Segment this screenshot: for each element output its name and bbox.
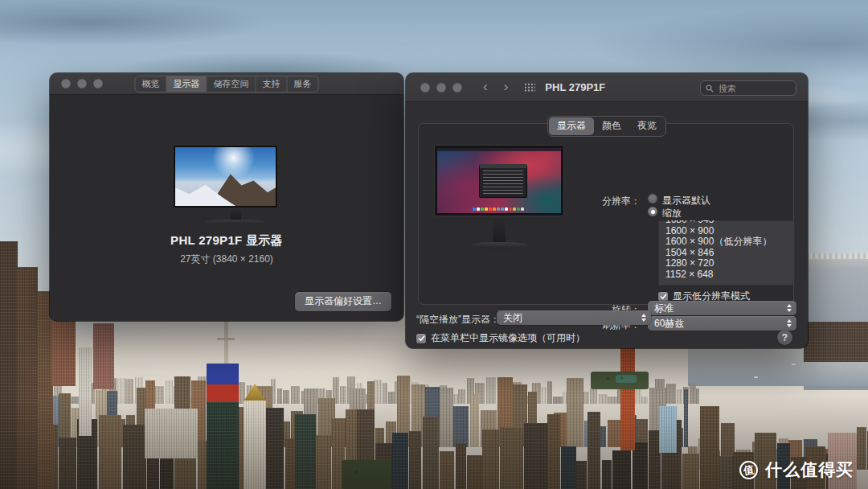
display-name: PHL 279P1F 显示器 bbox=[50, 233, 403, 249]
preview-menubar bbox=[437, 148, 561, 151]
display-preferences-button[interactable]: 显示器偏好设置… bbox=[295, 292, 391, 311]
preference-tabs: 显示器 颜色 夜览 bbox=[406, 116, 808, 137]
popup-arrows-icon bbox=[784, 304, 796, 312]
background-building bbox=[561, 446, 576, 489]
display-preview bbox=[435, 146, 563, 216]
tab-displays[interactable]: 显示器 bbox=[166, 76, 207, 92]
resolution-list[interactable]: 1680 × 945 1600 × 900 1600 × 900（低分辨率） 1… bbox=[658, 220, 795, 286]
forward-chevron-icon[interactable]: › bbox=[504, 80, 509, 93]
background-building bbox=[719, 456, 733, 489]
resolution-option[interactable]: 1600 × 900 bbox=[658, 226, 795, 237]
minimize-button[interactable] bbox=[436, 83, 446, 92]
background-building bbox=[440, 451, 454, 489]
resolution-label: 分辨率： bbox=[602, 195, 641, 208]
display-spec: 27英寸 (3840 × 2160) bbox=[50, 253, 403, 266]
displays-preferences-window: ‹ › PHL 279P1F 显示器 颜色 夜览 bbox=[406, 73, 808, 348]
background-building bbox=[123, 425, 146, 489]
checkbox-checked[interactable] bbox=[416, 334, 426, 343]
rotation-value: 标准 bbox=[648, 302, 784, 315]
background-building bbox=[602, 460, 612, 489]
monitor-stand-neck bbox=[493, 218, 506, 242]
tab-support[interactable]: 支持 bbox=[256, 76, 287, 92]
search-input[interactable] bbox=[717, 83, 791, 94]
tab-group: 显示器 颜色 夜览 bbox=[547, 116, 666, 137]
search-field[interactable] bbox=[700, 80, 796, 96]
background-park bbox=[342, 460, 391, 489]
background-clock-tower bbox=[244, 401, 266, 489]
tab-storage[interactable]: 储存空间 bbox=[207, 76, 256, 92]
background-building bbox=[659, 406, 677, 453]
zoom-button[interactable] bbox=[452, 83, 462, 92]
resolution-option[interactable]: 1600 × 900（低分辨率） bbox=[658, 236, 795, 248]
resolution-option[interactable]: 1280 × 720 bbox=[658, 258, 795, 269]
checkmark-icon bbox=[418, 335, 425, 342]
popup-arrows-icon bbox=[638, 314, 651, 322]
background-building bbox=[392, 433, 408, 489]
zoom-button[interactable] bbox=[93, 79, 103, 88]
radio-scaled-label[interactable]: 缩放 bbox=[662, 207, 682, 220]
back-chevron-icon[interactable]: ‹ bbox=[483, 80, 488, 93]
toolbar-tab-group: 概览 显示器 储存空间 支持 服务 bbox=[135, 76, 319, 92]
preview-dock bbox=[473, 208, 526, 211]
background-city-front bbox=[0, 402, 868, 489]
background-building bbox=[79, 347, 92, 436]
checkbox-checked[interactable] bbox=[658, 292, 668, 302]
checkmark-icon bbox=[660, 294, 667, 300]
radio-scaled[interactable] bbox=[648, 207, 657, 216]
background-building bbox=[264, 408, 284, 489]
dock-icons bbox=[473, 208, 476, 211]
smzdm-brand-text: 什么值得买 bbox=[765, 458, 854, 481]
background-building bbox=[588, 412, 600, 489]
smzdm-watermark: 值 什么值得买 bbox=[739, 458, 854, 481]
background-roof bbox=[616, 375, 637, 383]
background-building-red-wrap bbox=[207, 384, 239, 402]
preview-window bbox=[479, 164, 527, 198]
background-building bbox=[524, 423, 547, 489]
radio-default-resolution[interactable] bbox=[648, 194, 657, 203]
background-building bbox=[295, 414, 316, 489]
tab-display[interactable]: 显示器 bbox=[549, 117, 594, 135]
tab-color[interactable]: 颜色 bbox=[594, 117, 629, 135]
right-titlebar[interactable]: ‹ › PHL 279P1F bbox=[406, 73, 808, 102]
background-building bbox=[51, 312, 76, 386]
mirror-label: 在菜单栏中显示镜像选项（可用时） bbox=[431, 331, 585, 345]
background-building bbox=[576, 461, 587, 489]
resolution-option[interactable]: 1504 × 846 bbox=[658, 248, 795, 259]
tab-night-shift[interactable]: 夜览 bbox=[629, 117, 665, 135]
background-building bbox=[59, 438, 76, 489]
airplay-value: 关闭 bbox=[497, 311, 638, 325]
background-building bbox=[0, 241, 18, 489]
background-building bbox=[482, 429, 499, 489]
background-building bbox=[682, 454, 699, 489]
airplay-popup[interactable]: 关闭 bbox=[497, 310, 651, 325]
refresh-rate-popup[interactable]: 60赫兹 bbox=[648, 316, 796, 331]
background-building bbox=[37, 291, 53, 489]
background-building bbox=[804, 322, 868, 362]
background-building bbox=[500, 427, 523, 489]
background-building bbox=[620, 346, 635, 450]
resolution-option[interactable]: 1152 × 648 bbox=[658, 269, 795, 281]
background-building bbox=[612, 450, 631, 489]
desktop: 概览 显示器 储存空间 支持 服务 PHL 279P1F 显示器 27英寸 (3… bbox=[0, 0, 868, 489]
window-title: PHL 279P1F bbox=[545, 81, 605, 93]
radio-default-label[interactable]: 显示器默认 bbox=[662, 194, 710, 208]
background-building bbox=[17, 267, 38, 489]
background-building bbox=[467, 455, 482, 489]
monitor-stand-base bbox=[471, 242, 527, 249]
background-building bbox=[145, 409, 198, 458]
close-button[interactable] bbox=[61, 79, 71, 88]
search-icon bbox=[706, 84, 714, 92]
rotation-popup[interactable]: 标准 bbox=[648, 301, 796, 315]
monitor-stand-neck bbox=[231, 209, 241, 220]
tab-overview[interactable]: 概览 bbox=[136, 76, 166, 92]
background-building-blue-wrap bbox=[207, 364, 239, 384]
minimize-button[interactable] bbox=[77, 79, 87, 88]
background-building bbox=[409, 431, 421, 489]
close-button[interactable] bbox=[420, 83, 430, 92]
show-all-grid-icon[interactable] bbox=[524, 83, 535, 92]
resolution-list-inner: 1680 × 945 1600 × 900 1600 × 900（低分辨率） 1… bbox=[658, 220, 795, 280]
mirror-checkbox-row[interactable]: 在菜单栏中显示镜像选项（可用时） bbox=[416, 331, 585, 345]
tab-service[interactable]: 服务 bbox=[287, 76, 318, 92]
help-button[interactable]: ? bbox=[777, 330, 792, 345]
left-titlebar[interactable]: 概览 显示器 储存空间 支持 服务 bbox=[50, 73, 403, 95]
